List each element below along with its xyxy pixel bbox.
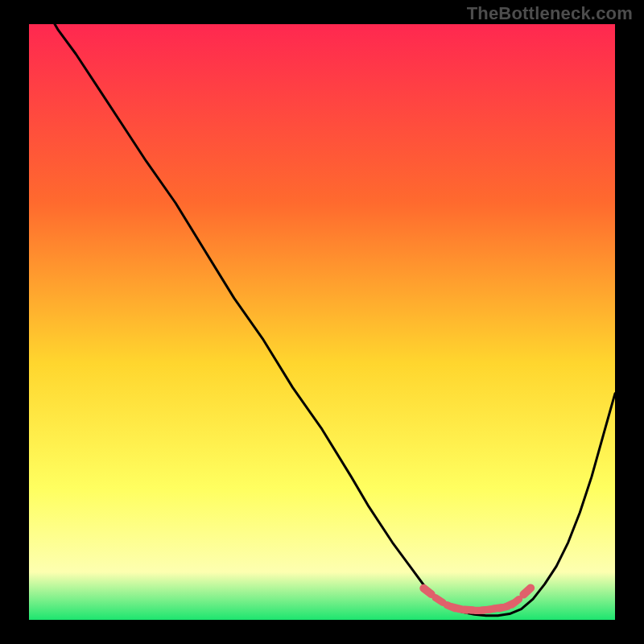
flat-dash bbox=[523, 588, 530, 594]
chart-svg bbox=[29, 24, 615, 620]
flat-dash bbox=[423, 588, 431, 594]
chart-frame: TheBottleneck.com bbox=[0, 0, 644, 644]
plot-area bbox=[29, 24, 615, 620]
flat-dash bbox=[436, 598, 443, 603]
gradient-background bbox=[29, 24, 615, 620]
watermark-text: TheBottleneck.com bbox=[467, 3, 633, 24]
flat-dash bbox=[512, 599, 519, 605]
